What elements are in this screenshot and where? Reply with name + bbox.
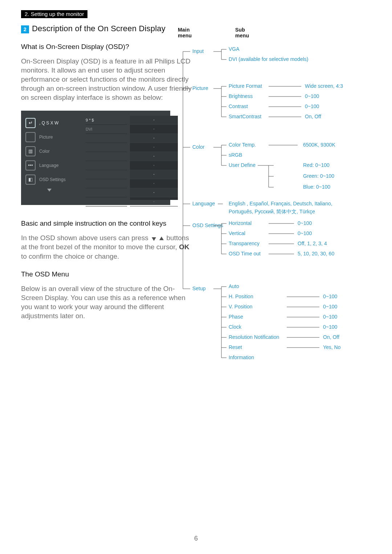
svg-text:Input: Input xyxy=(192,48,204,54)
svg-text:Color: Color xyxy=(192,144,205,150)
svg-text:Reset: Reset xyxy=(229,344,242,350)
svg-text:Resolution Notification: Resolution Notification xyxy=(229,334,279,340)
svg-text:0~100: 0~100 xyxy=(323,324,338,330)
osd-side-icon: ◧ xyxy=(25,175,36,185)
svg-text:Horizontal: Horizontal xyxy=(229,220,252,226)
tree-header-main: Main menu xyxy=(178,27,192,38)
svg-text:5, 10, 20, 30, 60: 5, 10, 20, 30, 60 xyxy=(298,251,334,257)
svg-text:VGA: VGA xyxy=(229,46,240,52)
svg-text:Information: Information xyxy=(229,354,254,360)
svg-text:Phase: Phase xyxy=(229,314,243,320)
osd-mid-blank xyxy=(86,197,127,206)
svg-text:SmartContrast: SmartContrast xyxy=(229,114,261,119)
osd-mid-blank xyxy=(86,134,127,143)
down-up-icons xyxy=(150,233,164,242)
osd-mid-blank xyxy=(86,188,127,197)
body-basic-instruction: In the OSD shown above users can press b… xyxy=(21,233,193,260)
heading-basic-instruction: Basic and simple instruction on the cont… xyxy=(21,219,193,227)
chapter-bar: 2. Setting up the monitor xyxy=(21,10,87,18)
osd-grid-cell: • xyxy=(130,143,178,152)
svg-text:0~100: 0~100 xyxy=(323,314,338,320)
svg-text:0~100: 0~100 xyxy=(323,304,338,309)
osd-mid-item: 9 * $ xyxy=(86,116,127,125)
svg-text:Yes, No: Yes, No xyxy=(323,344,341,350)
svg-text:Auto: Auto xyxy=(229,283,239,289)
svg-text:Transparency: Transparency xyxy=(229,241,260,246)
svg-text:Red: 0~100: Red: 0~100 xyxy=(303,162,330,168)
osd-side-item: ↵, Q S X W xyxy=(25,116,79,130)
tree-header-sub: Sub menu xyxy=(235,27,249,38)
svg-text:Brightness: Brightness xyxy=(229,93,253,99)
osd-grid-cell: • xyxy=(130,161,178,170)
svg-text:User Define: User Define xyxy=(229,162,256,168)
svg-text:On, Off: On, Off xyxy=(323,334,339,340)
osd-mid-blank xyxy=(86,170,127,179)
osd-mid-blank xyxy=(86,179,127,188)
osd-mid-blank xyxy=(86,152,127,161)
svg-text:Setup: Setup xyxy=(192,286,206,291)
svg-text:Color Temp.: Color Temp. xyxy=(229,142,256,148)
svg-text:H. Position: H. Position xyxy=(229,294,253,299)
osd-side-item: ◧OSD Settings xyxy=(25,172,79,186)
svg-text:Off, 1, 2, 3, 4: Off, 1, 2, 3, 4 xyxy=(298,241,327,246)
svg-text:V. Position: V. Position xyxy=(229,304,253,309)
svg-text:6500K, 9300K: 6500K, 9300K xyxy=(303,142,335,148)
osd-side-item: Picture xyxy=(25,130,79,144)
svg-text:0~100: 0~100 xyxy=(298,230,312,236)
svg-text:On, Off: On, Off xyxy=(305,114,321,119)
basic-pre: In the OSD shown above users can press xyxy=(21,234,150,242)
section-title: Description of the On Screen Display xyxy=(32,24,166,33)
osd-grid-cell: • xyxy=(130,152,178,161)
osd-side-item: •••Language xyxy=(25,158,79,172)
osd-mid-item: DVI xyxy=(86,125,127,134)
svg-text:0~100: 0~100 xyxy=(298,220,312,226)
svg-text:Clock: Clock xyxy=(229,324,242,330)
body-what-is-osd: On-Screen Display (OSD) is a feature in … xyxy=(21,57,193,102)
svg-text:Picture Format: Picture Format xyxy=(229,83,262,89)
heading-osd-menu: The OSD Menu xyxy=(21,270,193,278)
triangle-down-icon xyxy=(152,237,156,241)
osd-grid-cell: • xyxy=(130,125,178,134)
svg-text:Language: Language xyxy=(192,201,215,206)
svg-text:Green: 0~100: Green: 0~100 xyxy=(303,173,334,179)
svg-text:sRGB: sRGB xyxy=(229,152,242,158)
osd-side-icon: ••• xyxy=(25,160,36,171)
osd-side-icon: ▥ xyxy=(25,146,36,156)
osd-grid-cell: • xyxy=(130,197,178,206)
svg-text:Picture: Picture xyxy=(192,85,208,91)
osd-side-icon xyxy=(25,132,36,142)
osd-mid-blank xyxy=(86,161,127,170)
body-osd-menu: Below is an overall view of the structur… xyxy=(21,284,193,320)
triangle-up-icon xyxy=(159,237,164,240)
osd-screenshot: ↵, Q S X W Picture▥Color•••Language◧OSD … xyxy=(21,111,170,205)
basic-tail: to confirm the choice or change. xyxy=(21,253,119,260)
svg-text:0~100: 0~100 xyxy=(305,103,319,109)
osd-grid-cell: • xyxy=(130,116,178,125)
svg-text:OSD Time out: OSD Time out xyxy=(229,251,261,257)
osd-side-icon: ↵ xyxy=(25,118,36,128)
osd-grid-cell: • xyxy=(130,188,178,197)
svg-text:0~100: 0~100 xyxy=(305,93,319,99)
section-number-badge: 2 xyxy=(21,25,29,33)
page-number: 6 xyxy=(0,535,392,542)
osd-grid-cell: • xyxy=(130,170,178,179)
svg-text:English , Español, Français, D: English , Español, Français, Deutsch, It… xyxy=(229,201,332,214)
osd-side-item: ▥Color xyxy=(25,144,79,158)
svg-text:DVI (available for selective m: DVI (available for selective models) xyxy=(229,56,308,62)
svg-text:Blue: 0~100: Blue: 0~100 xyxy=(303,184,330,190)
svg-text:Vertical: Vertical xyxy=(229,230,245,236)
svg-text:Wide screen, 4:3: Wide screen, 4:3 xyxy=(305,83,343,89)
osd-grid-cell: • xyxy=(130,179,178,188)
osd-down-arrow-icon xyxy=(47,189,52,192)
osd-mid-blank xyxy=(86,143,127,152)
osd-menu-tree: InputVGADVI (available for selective mod… xyxy=(178,40,381,388)
osd-grid-cell: • xyxy=(130,134,178,143)
heading-what-is-osd: What is On-Screen Display (OSD)? xyxy=(21,43,193,51)
svg-text:OSD Settings: OSD Settings xyxy=(192,222,223,228)
svg-text:0~100: 0~100 xyxy=(323,294,338,299)
svg-text:Contrast: Contrast xyxy=(229,103,248,109)
